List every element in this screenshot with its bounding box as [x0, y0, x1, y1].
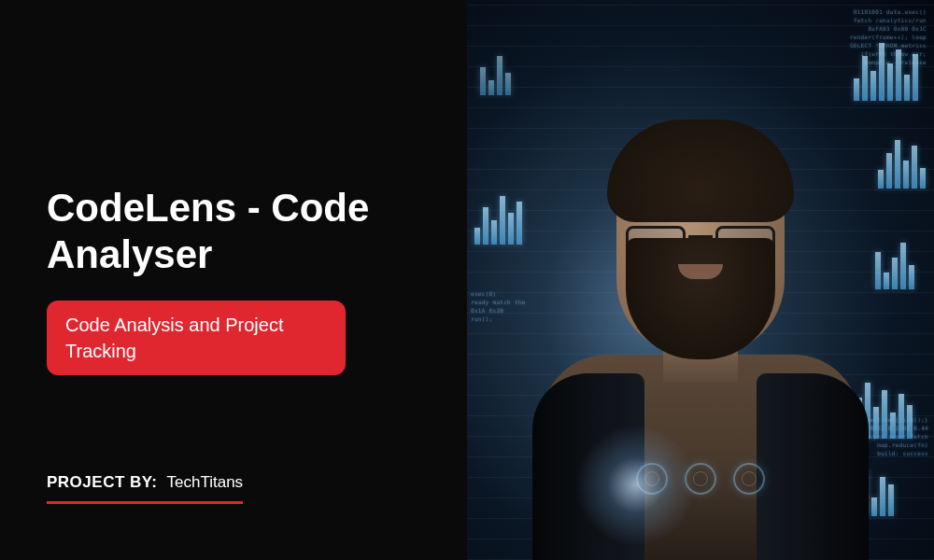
- holo-bar-chart: [875, 243, 917, 294]
- project-attribution: PROJECT BY: TechTitans: [47, 473, 243, 504]
- holo-bar-chart: [854, 43, 921, 108]
- project-by-label: PROJECT BY:: [47, 473, 158, 492]
- content-panel: CodeLens - Code Analyser Code Analysis a…: [0, 0, 467, 560]
- page-title: CodeLens - Code Analyser: [47, 185, 420, 279]
- holo-bar-chart: [480, 56, 514, 103]
- hud-rings-icon: [636, 463, 765, 495]
- hero-image: 01101001 data.exec() fetch /analytics/ru…: [467, 0, 934, 560]
- subtitle-badge: Code Analysis and Project Tracking: [47, 301, 346, 375]
- holo-bar-chart: [474, 196, 525, 252]
- holo-bar-chart: [878, 140, 928, 196]
- project-by-value: TechTitans: [167, 473, 244, 492]
